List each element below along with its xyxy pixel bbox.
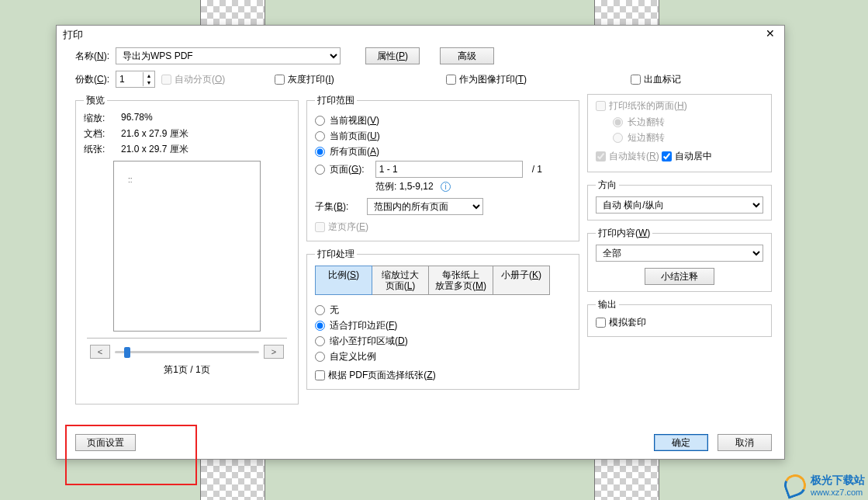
dialog-footer: 页面设置 确定 取消 — [57, 428, 784, 459]
page-slider[interactable] — [115, 351, 259, 353]
range-pages-radio[interactable] — [315, 165, 325, 175]
tab-booklet[interactable]: 小册子(K) — [493, 266, 550, 295]
simulate-checkbox[interactable]: 模拟套印 — [596, 316, 646, 329]
opt-none[interactable]: 无 — [315, 304, 571, 317]
summary-button[interactable]: 小结注释 — [645, 268, 714, 285]
subset-select[interactable]: 范围内的所有页面 — [367, 198, 483, 215]
preview-info: 缩放: 96.78% 文档: 21.6 x 27.9 厘米 纸张: 21.0 x… — [84, 112, 290, 156]
grayscale-checkbox[interactable]: 灰度打印(I) — [275, 73, 334, 86]
orientation-fieldset: 方向 自动 横向/纵向 — [587, 179, 772, 220]
orientation-legend: 方向 — [596, 179, 619, 192]
output-legend: 输出 — [596, 298, 619, 311]
range-all-pages[interactable]: 所有页面(A) — [315, 145, 571, 158]
spin-down-icon[interactable]: ▼ — [144, 79, 154, 86]
cancel-button[interactable]: 取消 — [718, 434, 772, 451]
handling-fieldset: 打印处理 比例(S) 缩放过大页面(L) 每张纸上放置多页(M) 小册子(K) … — [306, 248, 579, 390]
auto-center-checkbox[interactable]: 自动居中 — [662, 150, 712, 163]
paper-value: 21.0 x 29.7 厘米 — [121, 143, 290, 156]
page-status: 第1页 / 1页 — [84, 363, 290, 377]
collate-checkbox: 自动分页(O) — [161, 73, 225, 86]
opt-custom[interactable]: 自定义比例 — [315, 350, 571, 363]
zoom-label: 缩放: — [84, 112, 121, 125]
paper-label: 纸张: — [84, 143, 121, 156]
next-page-button[interactable]: > — [264, 345, 284, 359]
info-icon[interactable]: i — [441, 182, 451, 192]
page-setup-button[interactable]: 页面设置 — [75, 434, 136, 451]
spin-up-icon[interactable]: ▲ — [144, 72, 154, 79]
copies-input[interactable] — [116, 71, 143, 87]
range-legend: 打印范围 — [315, 94, 357, 107]
range-current-page[interactable]: 当前页面(U) — [315, 130, 571, 143]
tab-large[interactable]: 缩放过大页面(L) — [372, 266, 429, 295]
range-pages-row: 页面(G): / 1 — [315, 161, 571, 178]
reverse-checkbox: 逆页序(E) — [315, 220, 368, 234]
ok-button[interactable]: 确定 — [654, 434, 708, 451]
pages-label: 页面(G): — [330, 163, 365, 176]
preview-pager: < > — [84, 345, 290, 359]
handling-legend: 打印处理 — [315, 248, 357, 261]
close-icon[interactable]: ✕ — [763, 27, 778, 43]
dialog-title: 打印 — [63, 28, 83, 42]
print-dialog: 打印 ✕ 名称(N): 导出为WPS PDF 属性(P) 高级 份数(C): ▲… — [56, 25, 785, 460]
range-example-row: 范例: 1,5-9,12 i — [375, 180, 571, 193]
range-example: 范例: 1,5-9,12 — [375, 181, 434, 192]
opt-fit[interactable]: 适合打印边距(F) — [315, 319, 571, 332]
doc-label: 文档: — [84, 127, 121, 141]
watermark-logo-icon — [781, 471, 809, 499]
pages-input[interactable] — [375, 161, 523, 178]
prev-page-button[interactable]: < — [90, 345, 110, 359]
preview-thumbnail: :: — [113, 161, 261, 332]
pages-total: / 1 — [532, 164, 542, 175]
long-edge-radio: 长边翻转 — [613, 116, 763, 129]
doc-value: 21.6 x 27.9 厘米 — [121, 127, 290, 141]
choose-by-pdf-checkbox[interactable]: 根据 PDF页面选择纸张(Z) — [315, 369, 436, 382]
advanced-button[interactable]: 高级 — [440, 47, 494, 64]
tab-scale[interactable]: 比例(S) — [315, 266, 372, 295]
range-current-view[interactable]: 当前视图(V) — [315, 114, 571, 127]
name-label: 名称(N): — [75, 50, 109, 63]
orientation-select[interactable]: 自动 横向/纵向 — [596, 196, 763, 214]
preview-legend: 预览 — [84, 94, 107, 107]
range-fieldset: 打印范围 当前视图(V) 当前页面(U) 所有页面(A) 页面(G): / 1 — [306, 94, 579, 241]
preview-divider — [87, 338, 287, 339]
short-edge-radio: 短边翻转 — [613, 131, 763, 144]
subset-row: 子集(B): 范围内的所有页面 — [315, 198, 571, 215]
auto-rotate-checkbox: 自动旋转(R) — [596, 150, 659, 163]
titlebar: 打印 ✕ — [57, 26, 784, 44]
content-select[interactable]: 全部 — [596, 245, 763, 262]
subset-label: 子集(B): — [315, 200, 348, 214]
watermark-title: 极光下载站 — [811, 474, 865, 488]
watermark-url: www.xz7.com — [811, 488, 865, 497]
zoom-value: 96.78% — [121, 112, 290, 125]
tab-multi[interactable]: 每张纸上放置多页(M) — [428, 266, 493, 295]
printer-select[interactable]: 导出为WPS PDF — [116, 47, 341, 64]
copies-spinner[interactable]: ▲ ▼ — [116, 71, 155, 88]
copies-label: 份数(C): — [75, 73, 109, 86]
output-fieldset: 输出 模拟套印 — [587, 298, 772, 337]
watermark: 极光下载站 www.xz7.com — [784, 474, 865, 497]
slider-thumb[interactable] — [124, 347, 130, 358]
handling-tabs: 比例(S) 缩放过大页面(L) 每张纸上放置多页(M) 小册子(K) — [315, 266, 571, 295]
properties-button[interactable]: 属性(P) — [365, 47, 420, 64]
duplex-checkbox: 打印纸张的两面(H) — [596, 99, 687, 113]
bleed-checkbox[interactable]: 出血标记 — [631, 73, 681, 86]
preview-fieldset: 预览 缩放: 96.78% 文档: 21.6 x 27.9 厘米 纸张: 21.… — [75, 94, 299, 405]
opt-shrink[interactable]: 缩小至打印区域(D) — [315, 335, 571, 348]
as-image-checkbox[interactable]: 作为图像打印(T) — [446, 73, 527, 86]
content-fieldset: 打印内容(W) 全部 小结注释 — [587, 227, 772, 292]
content-legend: 打印内容(W) — [596, 227, 652, 240]
duplex-fieldset: 打印纸张的两面(H) 长边翻转 短边翻转 自动旋转(R) 自动居中 — [587, 94, 772, 172]
